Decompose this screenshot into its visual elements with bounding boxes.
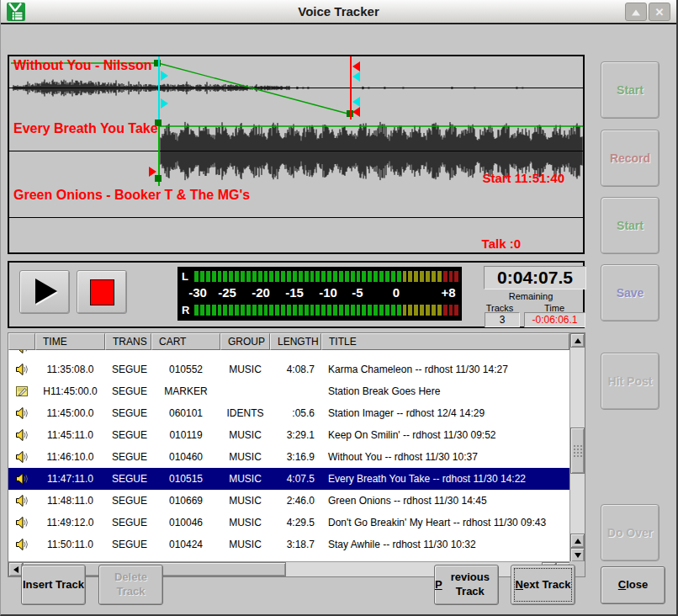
tracks-remaining-value: 3: [485, 312, 520, 327]
scroll-down-button[interactable]: [570, 548, 585, 562]
audio-level-meter: L -30 -25 -20 -15 -10 -5 0 +8 R: [177, 267, 462, 321]
column-header-trans[interactable]: TRANS: [105, 333, 151, 350]
cell-group: IDENTS: [220, 407, 270, 419]
stop-button[interactable]: [77, 270, 127, 314]
table-row[interactable]: H11:45:00.0 SEGUE MARKER Station Break G…: [8, 380, 569, 402]
vertical-scrollbar-thumb[interactable]: [570, 427, 585, 474]
play-button[interactable]: [19, 270, 70, 314]
cell-time: 11:48:11.0: [35, 495, 105, 507]
hit-post-button[interactable]: Hit Post: [601, 353, 659, 410]
meter-scale-tick: -15: [285, 285, 304, 300]
waveform-panel-1[interactable]: Without You - Nilsson: [8, 55, 585, 121]
table-row[interactable]: 11:49:12.0 SEGUE 010046 MUSIC 4:29.5 Don…: [8, 512, 569, 534]
speaker-icon: [15, 516, 29, 529]
marker-triangle-icon[interactable]: [161, 71, 168, 81]
meter-scale-tick: -25: [218, 285, 236, 300]
track-end-line[interactable]: [350, 56, 352, 119]
column-header-time[interactable]: TIME: [35, 333, 105, 350]
cell-group: MUSIC: [220, 364, 270, 375]
vertical-scrollbar[interactable]: [569, 333, 585, 562]
next-track-button[interactable]: Next Track: [511, 565, 575, 605]
cell-title: Green Onions -- rdhost 11/30 14:45: [321, 495, 569, 507]
log-table: TIME TRANS CART GROUP LENGTH TITLE: [8, 332, 585, 577]
stop-icon: [90, 279, 114, 305]
save-button[interactable]: Save: [601, 264, 659, 321]
cell-length: 2:46.0: [270, 495, 321, 507]
thumb-grip-icon: [573, 444, 583, 458]
track-1-title: Without You - Nilsson: [13, 58, 152, 73]
table-row[interactable]: 11:45:00.0 SEGUE 060101 IDENTS :05.6 Sta…: [8, 402, 569, 424]
cell-title: Station Break Goes Here: [321, 385, 569, 397]
cell-title: Station Imager -- rdhost 12/4 14:29: [321, 407, 569, 419]
cell-title: Keep On Smilin' -- rdhost 11/30 09:52: [321, 429, 569, 441]
cell-trans: SEGUE: [105, 451, 151, 463]
speaker-icon: [15, 406, 29, 420]
right-channel-label: R: [182, 305, 189, 316]
right-meter-bar: [194, 305, 458, 316]
title-bar[interactable]: Voice Tracker ✕: [1, 0, 676, 24]
left-channel-label: L: [182, 271, 188, 282]
shade-up-icon: [632, 10, 640, 16]
scroll-up-button[interactable]: [570, 534, 585, 548]
marker-triangle-icon[interactable]: [352, 97, 360, 107]
previous-track-button[interactable]: Previous Track: [434, 565, 499, 605]
marker-triangle-icon[interactable]: [352, 61, 360, 72]
table-row[interactable]: 11:48:11.0 SEGUE 010669 MUSIC 2:46.0 Gre…: [8, 490, 569, 512]
cell-group: MUSIC: [220, 539, 270, 550]
close-x-icon: ✕: [655, 7, 665, 18]
meter-scale-tick: +8: [441, 285, 455, 300]
cell-time: 11:47:11.0: [35, 473, 105, 485]
meter-scale-tick: -30: [188, 285, 207, 300]
table-row[interactable]: 11:35:08.0 SEGUE 010552 MUSIC 4:08.7 Kar…: [8, 358, 569, 380]
start-track1-button[interactable]: Start: [601, 61, 659, 119]
column-header-icon[interactable]: [8, 333, 35, 350]
table-row[interactable]: 11:47:11.0 SEGUE 010515 MUSIC 4:07.5 Eve…: [8, 468, 569, 490]
table-row[interactable]: [8, 350, 569, 358]
close-window-button[interactable]: ✕: [649, 3, 670, 21]
column-header-group[interactable]: GROUP: [220, 333, 270, 350]
waveform-panel-3[interactable]: Green Onions - Booker T & The MG's Talk …: [8, 186, 585, 254]
cell-cart: 010460: [151, 451, 220, 463]
table-row[interactable]: 11:46:10.0 SEGUE 010460 MUSIC 3:16.9 Wit…: [8, 446, 569, 468]
track-2-start-time: Start 11:51:40: [482, 171, 564, 185]
cell-cart: 010119: [151, 429, 220, 441]
window-title: Voice Tracker: [1, 4, 676, 19]
column-header-title[interactable]: TITLE: [321, 333, 569, 350]
segue-start-line[interactable]: [158, 56, 160, 119]
cell-time: 11:50:11.0: [35, 539, 105, 550]
shade-window-button[interactable]: [625, 3, 647, 21]
remaining-label: Remaining: [477, 291, 585, 301]
scroll-up-button[interactable]: [570, 333, 585, 348]
cell-length: :05.6: [270, 407, 321, 419]
delete-track-button[interactable]: Delete Track: [98, 565, 163, 605]
cell-title: Stay Awhile -- rdhost 11/30 10:32: [321, 539, 569, 550]
voice-tracker-window: Voice Tracker ✕ Without Y: [0, 0, 678, 616]
cell-time: H11:45:00.0: [35, 385, 105, 397]
do-over-button[interactable]: Do Over: [601, 504, 659, 561]
start-track2-button[interactable]: Start: [601, 197, 659, 254]
cell-trans: SEGUE: [105, 407, 151, 419]
cell-length: 3:16.9: [270, 451, 321, 463]
marker-triangle-icon[interactable]: [352, 107, 360, 117]
marker-icon: [15, 385, 29, 398]
meter-scale-tick: -20: [252, 285, 270, 300]
column-header-length[interactable]: LENGTH: [270, 333, 321, 350]
cell-group: MUSIC: [220, 451, 270, 463]
speaker-icon: [15, 350, 29, 354]
table-row[interactable]: 11:50:11.0 SEGUE 010424 MUSIC 3:18.7 Sta…: [8, 534, 569, 555]
close-button[interactable]: Close: [601, 566, 665, 604]
cell-cart: MARKER: [151, 385, 220, 397]
cell-length: 4:08.7: [270, 364, 321, 375]
marker-triangle-icon[interactable]: [161, 98, 168, 109]
table-row[interactable]: 11:45:11.0 SEGUE 010119 MUSIC 3:29.1 Kee…: [8, 424, 569, 446]
insert-track-button[interactable]: Insert Track: [21, 565, 86, 605]
waveform-panel-2[interactable]: Every Breath You Take Start 11:51:40: [8, 119, 585, 188]
cell-cart: 060101: [151, 407, 220, 419]
column-header-cart[interactable]: CART: [151, 333, 220, 350]
time-remaining-value: -0:06:06.1: [524, 312, 585, 327]
marker-triangle-icon[interactable]: [352, 72, 360, 82]
cell-title: Without You -- rdhost 11/30 10:37: [321, 451, 569, 463]
marker-triangle-icon[interactable]: [149, 167, 156, 177]
table-header[interactable]: TIME TRANS CART GROUP LENGTH TITLE: [8, 333, 569, 350]
record-button[interactable]: Record: [601, 130, 659, 187]
